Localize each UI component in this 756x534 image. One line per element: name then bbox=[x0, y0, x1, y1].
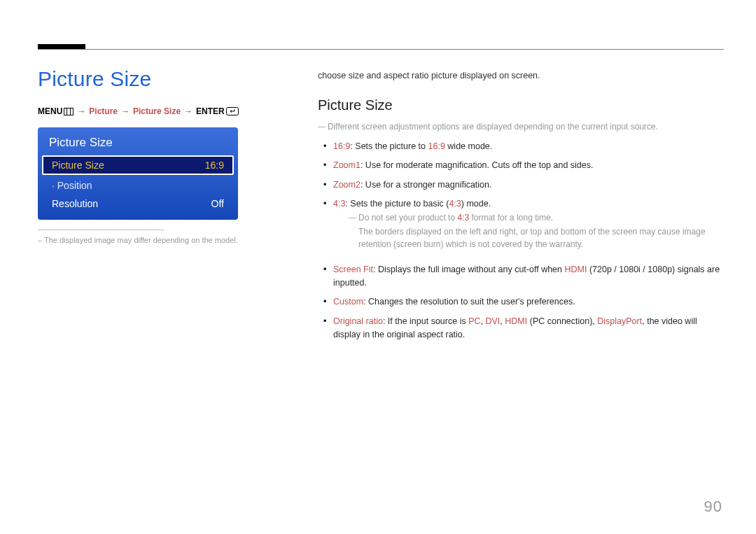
menu-label: MENU bbox=[38, 106, 62, 116]
t: DVI bbox=[486, 316, 500, 326]
t: PC bbox=[468, 316, 480, 326]
options-list: 16:9: Sets the picture to 16:9 wide mode… bbox=[318, 140, 724, 347]
t: HDMI bbox=[565, 265, 587, 274]
option-custom: Custom: Changes the resolution to suit t… bbox=[318, 295, 724, 314]
osd-title: Picture Size bbox=[42, 133, 234, 154]
option-zoom1: Zoom1: Use for moderate magnification. C… bbox=[318, 159, 724, 178]
osd-row-resolution[interactable]: Resolution Off bbox=[42, 195, 234, 213]
svg-rect-0 bbox=[64, 108, 74, 115]
t: : Sets the picture to basic ( bbox=[345, 199, 449, 209]
t: 16:9 bbox=[428, 141, 445, 151]
option-screen-fit: Screen Fit: Displays the full image with… bbox=[318, 263, 724, 296]
arrow-icon: → bbox=[184, 106, 192, 116]
t: : Changes the resolution to suit the use… bbox=[363, 297, 575, 307]
lead-text: choose size and aspect ratio picture dis… bbox=[318, 71, 724, 80]
t: HDMI bbox=[505, 316, 527, 326]
t: : Use for a stronger magnification. bbox=[360, 180, 492, 190]
t: : Displays the full image without any cu… bbox=[373, 265, 565, 274]
option-43-warning: Do not set your product to 4:3 format fo… bbox=[349, 211, 724, 251]
option-43-warning-body: The borders displayed on the left and ri… bbox=[358, 225, 724, 251]
option-label: 4:3 bbox=[333, 199, 345, 209]
footnote-rule bbox=[38, 230, 164, 230]
left-column: Picture Size MENU → Picture → Picture Si… bbox=[38, 67, 276, 244]
osd-row-position[interactable]: Position bbox=[42, 176, 234, 195]
page-number: 90 bbox=[704, 498, 722, 516]
osd-row-label: Position bbox=[52, 180, 92, 191]
t: ) mode. bbox=[461, 199, 491, 209]
t: , bbox=[481, 316, 486, 326]
t: 4:3 bbox=[449, 199, 461, 209]
enter-label: ENTER bbox=[196, 106, 225, 116]
option-label: 16:9 bbox=[333, 141, 350, 151]
enter-icon bbox=[226, 107, 239, 115]
option-43: 4:3: Sets the picture to basic (4:3) mod… bbox=[318, 197, 724, 262]
osd-row-value: 16:9 bbox=[205, 160, 224, 171]
image-disclaimer: – The displayed image may differ dependi… bbox=[38, 236, 276, 244]
osd-row-picture-size[interactable]: Picture Size 16:9 bbox=[42, 155, 234, 175]
page-title: Picture Size bbox=[38, 67, 276, 91]
right-column: choose size and aspect ratio picture dis… bbox=[318, 71, 724, 347]
section-note: Different screen adjustment options are … bbox=[318, 120, 724, 133]
t: 4:3 bbox=[457, 213, 469, 223]
page-rule-bold bbox=[38, 44, 85, 49]
option-label: Zoom1 bbox=[333, 160, 360, 170]
menu-path: MENU → Picture → Picture Size → ENTER bbox=[38, 106, 276, 116]
option-label: Original ratio bbox=[333, 316, 383, 326]
arrow-icon: → bbox=[121, 106, 130, 116]
t: : Sets the picture to bbox=[350, 141, 428, 151]
page-top-rule bbox=[38, 49, 724, 50]
option-original-ratio: Original ratio: If the input source is P… bbox=[318, 315, 724, 348]
section-heading: Picture Size bbox=[318, 97, 724, 113]
t: : Use for moderate magnification. Cuts o… bbox=[360, 160, 594, 170]
arrow-icon: → bbox=[77, 106, 85, 116]
osd-row-value: Off bbox=[211, 198, 224, 209]
t: wide mode. bbox=[445, 141, 492, 151]
crumb-picture-size: Picture Size bbox=[133, 106, 181, 116]
option-label: Zoom2 bbox=[333, 180, 360, 190]
option-169: 16:9: Sets the picture to 16:9 wide mode… bbox=[318, 140, 724, 159]
t: (PC connection), bbox=[527, 316, 597, 326]
option-label: Custom bbox=[333, 297, 363, 307]
t: DisplayPort bbox=[597, 316, 642, 326]
t: Do not set your product to bbox=[358, 213, 457, 223]
menu-icon bbox=[64, 108, 74, 115]
t: : If the input source is bbox=[383, 316, 468, 326]
footnote-text: The displayed image may differ depending… bbox=[44, 236, 238, 244]
osd-row-label: Picture Size bbox=[52, 160, 104, 171]
t: format for a long time. bbox=[469, 213, 553, 223]
option-zoom2: Zoom2: Use for a stronger magnification. bbox=[318, 178, 724, 197]
osd-row-label: Resolution bbox=[52, 198, 98, 209]
crumb-picture: Picture bbox=[89, 106, 118, 116]
osd-panel: Picture Size Picture Size 16:9 Position … bbox=[38, 127, 238, 220]
option-label: Screen Fit bbox=[333, 265, 373, 274]
